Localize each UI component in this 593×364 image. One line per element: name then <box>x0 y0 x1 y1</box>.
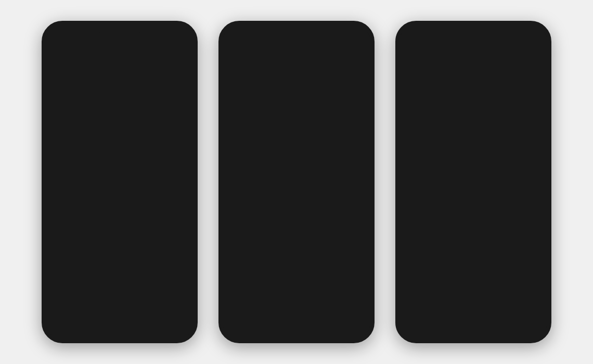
home-icon: ⌂ <box>55 317 61 327</box>
dislike-label-2: Dislike <box>350 189 365 194</box>
phone-2: ← 10:50 📶 📷 ⋮ Vaseline to your face <box>218 21 375 343</box>
channel-name-area-3: Girl With The Dogs Golden Retriever snap… <box>422 262 486 279</box>
bottom-navigation-2 <box>223 310 370 339</box>
bottom-navigation-3: ⌂ Home ▶ Shorts + ▮▮ Subscriptions ☰ Lib… <box>399 310 547 339</box>
dislike-label: Dislike <box>173 221 188 226</box>
library-icon: ☰ <box>176 317 185 327</box>
share-icon-2: ➥ <box>349 233 366 251</box>
phone-2-video[interactable]: ← 10:50 📶 📷 ⋮ Vaseline to your face <box>223 25 370 310</box>
status-icons-2: 📶 <box>334 29 363 36</box>
phone-3-screen: 9:59 📶 TikTok @girlwithdogs 📷 <box>399 25 547 339</box>
channel-avatar[interactable]: FF <box>51 263 66 278</box>
thumbs-up-icon: 👍 <box>172 170 189 188</box>
nav-home-3[interactable]: ⌂ Home <box>406 317 417 332</box>
status-icons-3: 📶 <box>511 29 540 36</box>
channel-avatar-2[interactable]: DD <box>228 260 242 275</box>
like-button-3[interactable]: 👍 1.2M <box>525 138 543 163</box>
nav-subscriptions[interactable]: ▮▮ Subscriptions <box>135 317 160 332</box>
status-icons: 📶 <box>158 29 186 36</box>
wifi-icon-2: 📶 <box>344 29 351 36</box>
home-icon-3: ⌂ <box>409 317 415 327</box>
comment-button-3[interactable]: 💬 21K <box>525 202 543 226</box>
nav-add[interactable]: + <box>103 318 122 331</box>
phone-1-video[interactable]: 10:00 📶 📷 ⋮ 👍 26K <box>46 25 194 310</box>
subscriptions-icon: ▮▮ <box>143 317 153 327</box>
back-arrow-icon[interactable]: ← <box>230 27 239 38</box>
side-actions-3: 👍 1.2M 👎 Dislike 💬 21K ➥ Share <box>525 138 543 258</box>
comment-icon-3: 💬 <box>525 202 543 219</box>
share-button[interactable]: ➥ Share <box>172 233 189 258</box>
like-button-2[interactable]: 👍 10K <box>349 138 366 163</box>
wifi-icon: 📶 <box>167 29 174 36</box>
signal-icon-2 <box>334 30 342 35</box>
like-count: 26K <box>176 189 185 194</box>
sound-wave-icon-3 <box>530 266 542 275</box>
like-count-2: 10K <box>353 158 362 163</box>
back-gesture-icon[interactable]: ◀ <box>272 297 277 306</box>
battery-icon <box>176 30 186 35</box>
signal-icon-3 <box>511 30 519 35</box>
battery-icon-2 <box>353 30 363 35</box>
camera-icon[interactable]: 📷 <box>175 42 186 53</box>
status-bar-3: 9:59 📶 <box>399 25 547 40</box>
video-description: Showing our family's past Halloween cost… <box>69 268 174 279</box>
thumbs-up-icon-3: 👍 <box>525 138 543 156</box>
thumbs-down-icon-2: 👎 <box>349 170 366 188</box>
signal-icon <box>158 30 165 35</box>
side-actions-2: 👍 10K 👎 Dislike 💬 640 ➥ Share <box>349 138 366 258</box>
nav-shorts[interactable]: ▶ Shorts <box>78 317 89 332</box>
nav-library-3[interactable]: ☰ Library <box>527 317 540 332</box>
dislike-label-3: Dislike <box>526 189 542 194</box>
channel-name-area-2: Dr Dray Using Vaseline on the face #Shor… <box>246 262 326 273</box>
comment-count-2: 640 <box>353 221 361 226</box>
nav-add-3[interactable]: + <box>457 318 475 331</box>
home-gesture-icon[interactable]: ◯ <box>293 297 301 306</box>
share-label: Share <box>174 253 187 258</box>
shorts-icon-3: ▶ <box>433 317 441 327</box>
nav-library[interactable]: ☰ Library <box>174 317 186 332</box>
gesture-navigation: ◀ ◯ □ <box>223 293 370 310</box>
comment-button-2[interactable]: 💬 640 <box>349 202 366 226</box>
library-icon-3: ☰ <box>530 317 538 327</box>
phone-1: 10:00 📶 📷 ⋮ 👍 26K <box>42 21 198 343</box>
recents-gesture-icon[interactable]: □ <box>317 297 321 306</box>
channel-name-area: Family Fizz Showing our family's past Ha… <box>69 262 174 279</box>
channel-name-3: Girl With The Dogs <box>422 262 486 268</box>
share-button-2[interactable]: ➥ Share <box>349 233 366 258</box>
side-actions: 👍 26K 👎 Dislike ➥ Share <box>172 170 189 258</box>
phone-3: 9:59 📶 TikTok @girlwithdogs 📷 <box>395 21 551 343</box>
subscribe-button-3[interactable]: SUBSCRIBE <box>489 266 525 275</box>
share-icon-3: ➥ <box>525 233 543 251</box>
share-label-3: Share <box>527 253 540 258</box>
thumbs-down-icon-3: 👎 <box>525 170 543 188</box>
thumbs-down-icon: 👎 <box>172 202 189 219</box>
shorts-icon: ▶ <box>80 317 87 327</box>
video-description-3: Golden Retriever snaps at groomer <box>422 268 486 279</box>
phone-1-screen: 10:00 📶 📷 ⋮ 👍 26K <box>46 25 194 339</box>
share-label-2: Share <box>351 253 364 258</box>
share-button-3[interactable]: ➥ Share <box>525 233 543 258</box>
video-description-2: Using Vaseline on the face #Shorts <box>246 268 326 273</box>
subscriptions-icon-3: ▮▮ <box>496 317 507 327</box>
nav-shorts-3[interactable]: ▶ Shorts <box>431 317 443 332</box>
phone-2-screen: ← 10:50 📶 📷 ⋮ Vaseline to your face <box>223 25 370 339</box>
dislike-button[interactable]: 👎 Dislike <box>172 202 189 226</box>
wifi-icon-3: 📶 <box>521 29 528 36</box>
nav-home[interactable]: ⌂ Home <box>53 317 63 332</box>
time-display: 10:00 <box>53 29 69 36</box>
comment-icon-2: 💬 <box>349 202 366 219</box>
nav-subscriptions-3[interactable]: ▮▮ Subscriptions <box>489 317 514 332</box>
sound-wave-icon <box>177 266 188 275</box>
add-icon: + <box>103 318 122 331</box>
video-caption: So I heard that we're showing off our pa… <box>51 224 167 258</box>
like-button[interactable]: 👍 26K <box>172 170 189 194</box>
family-silhouette <box>53 82 186 225</box>
camera-icon-2[interactable]: 📷 <box>352 42 363 53</box>
time-display-3: 9:59 <box>407 29 419 36</box>
channel-avatar-3[interactable]: GD <box>405 263 419 278</box>
dislike-button-2[interactable]: 👎 Dislike <box>349 170 366 194</box>
phone-3-video[interactable]: 9:59 📶 TikTok @girlwithdogs 📷 <box>399 25 547 310</box>
add-icon-3: + <box>457 318 475 331</box>
channel-name: Family Fizz <box>69 262 174 268</box>
dislike-button-3[interactable]: 👎 Dislike <box>525 170 543 194</box>
